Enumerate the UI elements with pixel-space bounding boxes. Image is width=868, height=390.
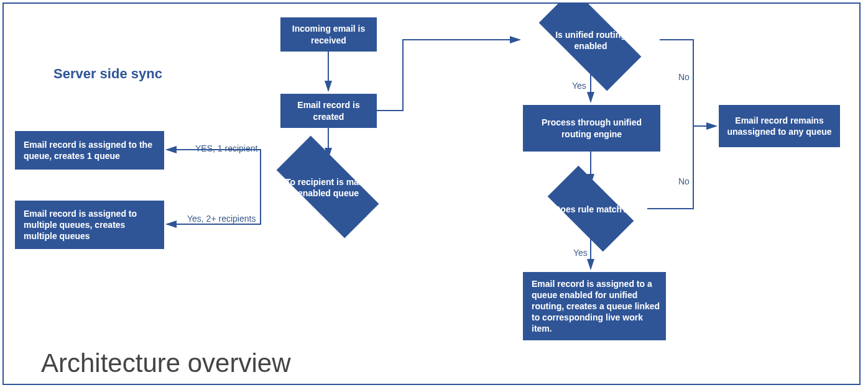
- edge-label-rule-yes: Yes: [573, 248, 588, 258]
- section-title: Server side sync: [53, 66, 162, 82]
- main-title: Architecture overview: [41, 348, 290, 378]
- connectors: [4, 4, 861, 385]
- node-assigned-unified: Email record is assigned to a queue enab…: [523, 272, 666, 340]
- edge-label-yes-1: YES, 1 recipient: [195, 143, 257, 153]
- edge-label-unified-yes: Yes: [572, 81, 586, 91]
- diagram-frame: Server side sync Architecture overview I…: [2, 2, 861, 385]
- node-incoming: Incoming email is received: [280, 17, 377, 52]
- node-created: Email record is created: [280, 94, 377, 128]
- edge-label-rule-no: No: [678, 176, 690, 186]
- edge-label-unified-no: No: [678, 72, 690, 82]
- node-assigned-multi: Email record is assigned to multiple que…: [15, 201, 164, 249]
- node-assigned-1: Email record is assigned to the queue, c…: [15, 131, 164, 170]
- node-process-engine: Process through unified routing engine: [523, 105, 660, 152]
- edge-label-yes-multi: Yes, 2+ recipients: [187, 214, 256, 224]
- node-remains-unassigned: Email record remains unassigned to any q…: [719, 105, 840, 147]
